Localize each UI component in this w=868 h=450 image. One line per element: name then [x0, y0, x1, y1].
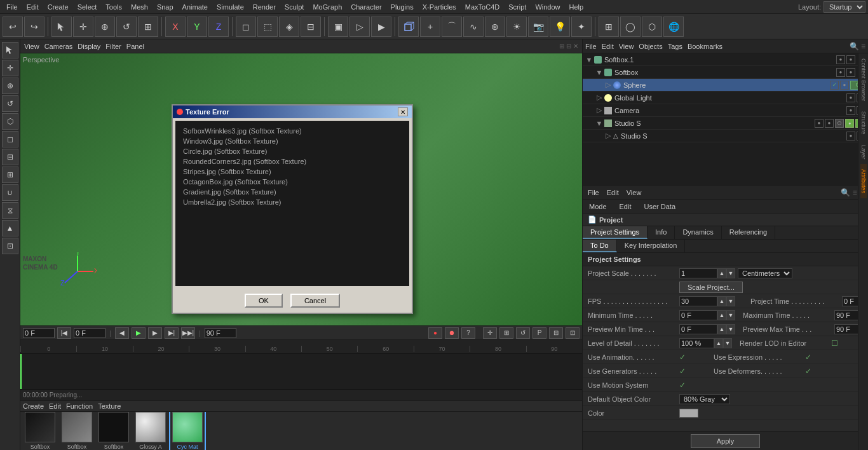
transform-btn[interactable]: ⊞ — [138, 17, 158, 37]
menu-mograph[interactable]: MoGraph — [309, 2, 346, 12]
tl-pos[interactable]: P — [532, 327, 546, 339]
stepper-dn-prevmin[interactable]: ▼ — [726, 324, 735, 334]
attr-check-use-gen[interactable]: ✓ — [679, 367, 686, 376]
mat-menu-function[interactable]: Function — [66, 402, 93, 410]
layout-select[interactable]: Startup — [824, 1, 865, 13]
tl-grid[interactable]: ⊟ — [549, 327, 563, 339]
attr-select-unit[interactable]: Centimeters Meters — [738, 268, 792, 278]
tl-last-frame[interactable]: ▶▶| — [181, 327, 195, 339]
vp-menu-filter[interactable]: Filter — [105, 43, 121, 50]
attr-input-min-time[interactable] — [679, 310, 717, 320]
expand-studios-child[interactable]: ▷ — [604, 132, 612, 140]
tl-scale2[interactable]: ⊞ — [499, 327, 513, 339]
obj-row-studios[interactable]: ▼ Studio S ● ● ⬡ ● ● — [583, 117, 868, 130]
sub-tab-info[interactable]: Info — [648, 226, 675, 239]
obj-check-ss1[interactable]: ● — [815, 119, 824, 128]
dialog-ok-btn[interactable]: OK — [245, 294, 283, 308]
obj-check1[interactable]: ● — [836, 55, 845, 64]
mirror-btn[interactable]: ⊞ — [2, 167, 18, 183]
magnet-btn[interactable]: ∪ — [2, 184, 18, 201]
color-swatch[interactable] — [679, 409, 698, 418]
apply-btn[interactable]: Apply — [691, 434, 761, 448]
camera-tb-btn[interactable]: 📷 — [528, 17, 548, 37]
attr-input-scale[interactable] — [679, 268, 717, 278]
menu-tools[interactable]: Tools — [102, 2, 126, 12]
tl-layout[interactable]: ⊡ — [566, 327, 580, 339]
menu-create[interactable]: Create — [44, 2, 72, 12]
current-time-input[interactable] — [23, 328, 55, 338]
menu-maxtoc4d[interactable]: MaxToC4D — [461, 2, 503, 12]
mat-menu-create[interactable]: Create — [23, 402, 44, 410]
expand-softbox1[interactable]: ▼ — [585, 56, 593, 64]
mat-menu-texture[interactable]: Texture — [98, 402, 121, 410]
attr-check-use-anim[interactable]: ✓ — [679, 353, 686, 362]
light-btn[interactable]: 💡 — [550, 17, 570, 37]
material-glossy[interactable]: Glossy A — [133, 412, 168, 450]
stepper-dn-lod[interactable]: ▼ — [723, 338, 732, 348]
menu-snap[interactable]: Snap — [153, 2, 177, 12]
vp-menu-display[interactable]: Display — [78, 43, 100, 50]
stepper-up-fps[interactable]: ▲ — [717, 296, 726, 306]
loop-btn[interactable]: ⊡ — [2, 238, 18, 254]
obj-menu-file[interactable]: File — [585, 43, 597, 50]
knife-btn[interactable]: ⧖ — [2, 202, 18, 219]
stepper-up-prevmin[interactable]: ▲ — [717, 324, 726, 334]
mode-tab-edit[interactable]: Edit — [616, 201, 635, 212]
deform-btn[interactable]: ⊛ — [485, 17, 505, 37]
brush-btn[interactable]: ◻ — [2, 131, 18, 147]
obj-menu-objects[interactable]: Objects — [639, 43, 662, 50]
menu-edit[interactable]: Edit — [23, 2, 43, 12]
obj-check-ssc1[interactable]: ● — [846, 132, 855, 140]
vp-menu-cameras[interactable]: Cameras — [44, 43, 73, 50]
obj-check-sphere2[interactable]: ● — [840, 81, 849, 90]
tl-motion-clip[interactable]: ? — [461, 327, 475, 339]
sub-tab-project-settings[interactable]: Project Settings — [583, 226, 648, 239]
scale-tool-btn[interactable]: ⊕ — [2, 78, 18, 94]
attr-check-use-expr[interactable]: ✓ — [805, 353, 811, 362]
menu-xparticles[interactable]: X-Particles — [419, 2, 460, 12]
tl-prev-key[interactable]: |◀ — [57, 327, 71, 339]
obj-menu-edit[interactable]: Edit — [602, 43, 614, 50]
attr-input-fps[interactable] — [679, 296, 717, 306]
attr-file-btn[interactable]: File — [585, 189, 602, 196]
expand-camera[interactable]: ▷ — [595, 106, 603, 114]
menu-character[interactable]: Character — [347, 2, 385, 12]
spline-btn[interactable]: ⌒ — [442, 17, 462, 37]
obj-check3[interactable]: ● — [836, 68, 845, 77]
particle-btn[interactable]: ✦ — [571, 17, 592, 37]
axis-y-btn[interactable]: Y — [187, 17, 207, 37]
render-active-btn[interactable]: ▶ — [371, 17, 391, 37]
menu-sculpt[interactable]: Sculpt — [281, 2, 308, 12]
menu-window[interactable]: Window — [531, 2, 564, 12]
material-softbox3[interactable]: Softbox — [97, 412, 131, 450]
texture-dialog[interactable]: Texture Error ✕ SofboxWrinkles3.jpg (Sof… — [172, 104, 413, 314]
material-softbox2[interactable]: Softbox — [60, 412, 94, 450]
scale-project-btn[interactable]: Scale Project... — [679, 282, 743, 293]
tl-play[interactable]: ▶ — [132, 327, 146, 339]
menu-simulate[interactable]: Simulate — [213, 2, 248, 12]
obj-row-globallight[interactable]: ▷ Global Light ● ● — [583, 92, 868, 104]
expand-softbox[interactable]: ▼ — [595, 69, 603, 76]
select-btn[interactable] — [51, 17, 72, 37]
menu-mesh[interactable]: Mesh — [127, 2, 152, 12]
attr-edit-btn[interactable]: Edit — [604, 189, 621, 196]
nurbs-btn[interactable]: ∿ — [463, 17, 484, 37]
mode-tab-userdata[interactable]: User Data — [641, 201, 680, 212]
render-view-btn[interactable]: ▷ — [349, 17, 370, 37]
obj-check-cam1[interactable]: ● — [846, 106, 855, 115]
tl-end-input[interactable] — [205, 328, 236, 338]
scene-btn[interactable]: ☀ — [506, 17, 527, 37]
material-cyc[interactable]: Cyc Mat — [170, 412, 205, 450]
tl-move[interactable]: ✛ — [483, 327, 497, 339]
sub-tab-key-interp[interactable]: Key Interpolation — [617, 240, 686, 252]
obj-check4[interactable]: ● — [846, 68, 855, 77]
move-tool-btn[interactable]: ✛ — [2, 60, 18, 76]
stepper-up-scale[interactable]: ▲ — [717, 268, 726, 278]
obj-row-sphere[interactable]: ▷ Sphere ✓ ● ⬡ — [583, 79, 868, 92]
menu-help[interactable]: Help — [566, 2, 588, 12]
vp-menu-panel[interactable]: Panel — [126, 43, 144, 50]
attr-input-lod[interactable] — [679, 338, 714, 348]
dialog-close-btn[interactable]: ✕ — [398, 107, 408, 116]
stepper-dn-scale[interactable]: ▼ — [726, 268, 735, 278]
scale-btn[interactable]: ⊕ — [95, 17, 115, 37]
